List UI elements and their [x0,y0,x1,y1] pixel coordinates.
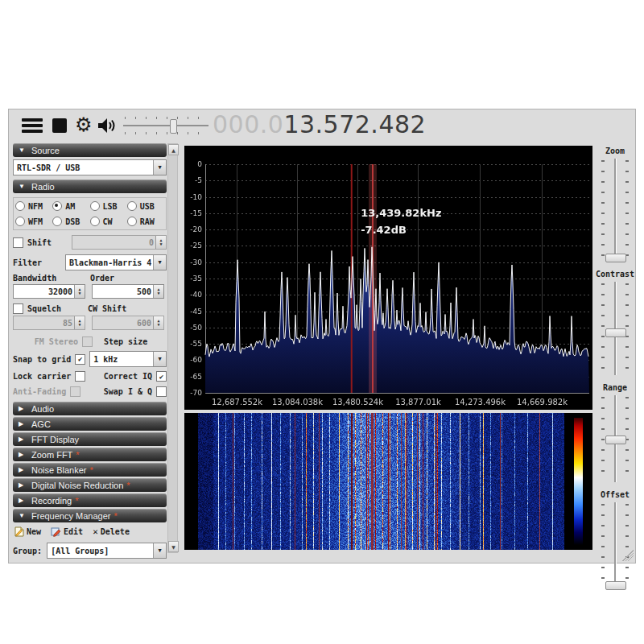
delete-x-icon: ✕ [93,526,98,537]
new-page-icon [14,526,24,537]
panel-scrollbar[interactable]: ▲ ▼ [167,143,178,553]
squelch-cwshift-inputs: 85▲▼ 600▲▼ [13,316,167,330]
squelch-label: Squelch [27,304,88,313]
mode-nfm[interactable]: NFM [15,201,52,211]
range-slider-label: Range [595,383,635,392]
offset-slider-label: Offset [595,490,635,499]
delete-entry-button[interactable]: ✕ Delete [93,526,130,537]
spinner-arrows-icon[interactable]: ▲▼ [155,236,166,249]
order-input[interactable]: 500▲▼ [92,284,164,299]
group-select[interactable]: [All Groups]▼ [47,543,167,559]
scroll-up-icon[interactable]: ▲ [168,144,179,155]
slider-thumb[interactable] [605,254,626,262]
snap-checkbox[interactable]: ✔ [75,354,85,365]
range-slider[interactable] [601,395,629,482]
mode-lsb[interactable]: LSB [90,201,127,211]
squelch-cwshift-labels: Squelch CW Shift [13,303,167,314]
section-header-recording[interactable]: ▶Recording* [13,493,167,507]
section-header-fft-display[interactable]: ▶FFT Display [13,432,167,446]
volume-slider[interactable] [123,117,208,134]
section-header-radio[interactable]: ▼ Radio [13,180,167,193]
slider-thumb[interactable] [605,581,626,590]
offset-slider[interactable] [601,502,629,588]
display-controls: Zoom Contrast Range Offset [595,143,635,555]
shift-input[interactable]: 0▲▼ [72,235,167,250]
order-label: Order [90,274,114,283]
spinner-arrows-icon[interactable]: ▲▼ [153,316,163,329]
new-entry-button[interactable]: New [14,526,41,537]
chevron-right-icon: ▶ [19,451,31,458]
correct-iq-checkbox[interactable]: ✔ [156,371,167,382]
resize-grip[interactable] [622,550,634,561]
slider-track [614,159,617,262]
section-header-audio[interactable]: ▶Audio [13,402,167,415]
bandwidth-input[interactable]: 32000▲▼ [13,284,85,299]
button-label: Edit [64,527,83,536]
step-size-select[interactable]: 1 kHz▼ [89,351,167,367]
collapsed-sections: ▶Audio ▶AGC ▶FFT Display ▶Zoom FFT* ▶Noi… [13,402,167,522]
contrast-slider-label: Contrast [595,270,635,279]
selected-device: RTL-SDR / USB [14,163,153,172]
anti-swap-row: Anti-Fading Swap I & Q [13,386,167,397]
section-label: Source [31,146,60,155]
bandwidth-label: Bandwidth [13,274,90,283]
mode-am[interactable]: AM [52,201,89,211]
frequency-manager-toolbar: New Edit ✕ Delete [14,525,167,538]
section-header-noise-blanker[interactable]: ▶Noise Blanker* [13,463,167,477]
group-label: Group: [13,547,42,555]
frequency-display[interactable]: 000.013.572.482 [213,110,426,138]
section-header-source[interactable]: ▼ Source [13,143,167,157]
edit-entry-button[interactable]: Edit [51,526,83,537]
mode-label: RAW [140,217,155,226]
chevron-down-icon[interactable]: ▼ [153,543,166,558]
mode-dsb[interactable]: DSB [52,217,89,226]
spinner-arrows-icon[interactable]: ▲▼ [74,316,85,329]
source-device-select[interactable]: RTL-SDR / USB ▼ [13,159,167,175]
mode-wfm[interactable]: WFM [15,217,52,226]
mode-cw[interactable]: CW [90,217,127,226]
group-row: Group: [All Groups]▼ [13,543,167,559]
swap-iq-checkbox[interactable] [156,386,167,397]
spinner-arrows-icon[interactable]: ▲▼ [153,285,163,298]
stop-button[interactable] [52,118,67,133]
mode-raw[interactable]: RAW [127,217,164,226]
section-header-frequency-manager[interactable]: ▼Frequency Manager* [13,509,167,522]
settings-gear-icon[interactable]: ⚙ [75,111,93,138]
fm-stereo-checkbox [82,336,93,347]
chevron-down-icon[interactable]: ▼ [153,255,166,270]
slider-ticks [125,117,207,119]
cw-shift-input[interactable]: 600▲▼ [92,316,164,330]
section-label: AGC [31,419,51,429]
chevron-down-icon[interactable]: ▼ [153,160,166,175]
volume-icon[interactable] [97,118,117,137]
chevron-right-icon: ▶ [19,420,31,427]
spectrum-canvas[interactable] [184,146,592,410]
frequency-leading-zeros: 000.0 [213,110,283,138]
filter-select[interactable]: Blackman-Harris 4▼ [65,254,167,270]
section-header-digital-noise-reduction[interactable]: ▶Digital Noise Reduction* [13,478,167,492]
zoom-slider[interactable] [601,159,629,262]
spinner-arrows-icon[interactable]: ▲▼ [74,285,85,298]
contrast-slider[interactable] [601,282,629,375]
section-label: Radio [31,182,55,192]
menu-icon[interactable] [22,118,43,133]
control-panel: ▼ Source RTL-SDR / USB ▼ ▼ Radio NFM AM … [13,143,167,559]
snap-row: Snap to grid ✔ 1 kHz▼ [13,351,167,367]
lock-carrier-checkbox[interactable] [75,371,85,382]
mode-usb[interactable]: USB [127,201,164,211]
section-header-zoom-fft[interactable]: ▶Zoom FFT* [13,448,167,461]
edit-icon [51,526,61,537]
mode-label: NFM [28,202,43,211]
scroll-down-icon[interactable]: ▼ [168,541,179,552]
squelch-checkbox[interactable] [13,303,23,314]
waterfall-canvas[interactable] [184,413,592,550]
slider-thumb[interactable] [605,436,626,444]
section-header-agc[interactable]: ▶AGC [13,417,167,431]
section-label: Audio [31,404,54,414]
section-label: Noise Blanker [31,465,86,475]
chevron-down-icon[interactable]: ▼ [153,352,166,366]
slider-thumb[interactable] [605,328,626,337]
squelch-input[interactable]: 85▲▼ [13,316,85,330]
mode-label: CW [103,217,113,226]
shift-checkbox[interactable] [13,237,23,248]
